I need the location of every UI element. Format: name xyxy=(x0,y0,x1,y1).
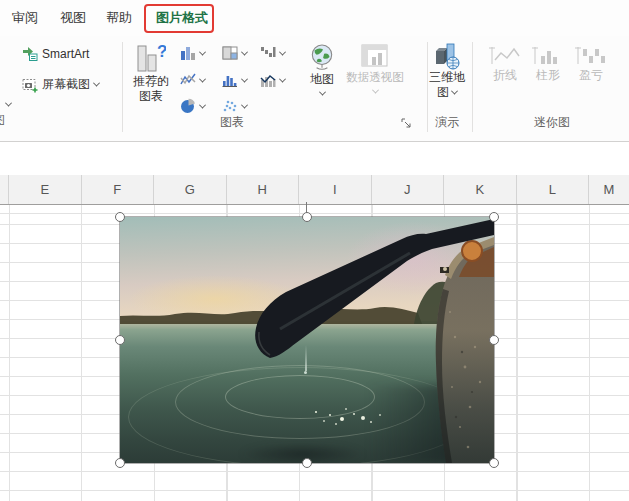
screenshot-icon xyxy=(22,77,38,93)
tab-review[interactable]: 审阅 xyxy=(12,9,38,27)
photo-paddle xyxy=(120,217,494,463)
column-header-M[interactable]: M xyxy=(589,175,629,204)
svg-text:?: ? xyxy=(157,42,166,61)
sparkline-line-icon xyxy=(488,44,522,68)
column-header-H[interactable]: H xyxy=(227,175,300,204)
map3d-icon xyxy=(433,42,461,70)
sparkline-column-icon xyxy=(531,44,565,68)
map3d-button[interactable]: 三维地 图 xyxy=(423,42,471,100)
recommended-charts-label-1: 推荐的 xyxy=(133,74,169,89)
waterfall-chart-icon xyxy=(260,45,276,61)
chevron-down-icon[interactable] xyxy=(241,101,248,108)
resize-handle-w[interactable] xyxy=(115,335,125,345)
chevron-down-icon[interactable] xyxy=(5,100,12,107)
insert-hierarchy-chart-button[interactable] xyxy=(222,45,247,61)
column-header-I[interactable]: I xyxy=(299,175,372,204)
map3d-label-1: 三维地 xyxy=(429,70,465,85)
insert-statistic-chart-button[interactable] xyxy=(222,72,247,88)
column-header-F[interactable]: F xyxy=(82,175,155,204)
smartart-button[interactable]: SmartArt xyxy=(22,46,89,62)
recommended-chart-icon: ? xyxy=(136,42,166,74)
map3d-label-2: 图 xyxy=(437,85,449,100)
smartart-icon xyxy=(22,46,38,62)
tab-help[interactable]: 帮助 xyxy=(106,9,132,27)
chevron-down-icon xyxy=(318,89,325,96)
chevron-down-icon[interactable] xyxy=(199,101,206,108)
recommended-charts-button[interactable]: ? 推荐的 图表 xyxy=(126,42,176,104)
insert-waterfall-chart-button[interactable] xyxy=(260,45,285,61)
map-globe-icon xyxy=(309,44,335,72)
sparkline-column-button: 柱形 xyxy=(528,44,568,83)
illustrations-group-label: 图 xyxy=(0,112,5,129)
chevron-down-icon xyxy=(371,87,378,94)
insert-line-chart-button[interactable] xyxy=(180,72,205,88)
chevron-down-icon[interactable] xyxy=(199,75,206,82)
histogram-chart-icon xyxy=(222,72,238,88)
excel-window: 审阅 视图 帮助 图片格式 SmartArt xyxy=(0,0,629,501)
resize-handle-e[interactable] xyxy=(489,335,499,345)
pivot-chart-icon xyxy=(361,44,389,70)
column-header-J[interactable]: J xyxy=(372,175,445,204)
charts-group-label: 图表 xyxy=(204,114,260,131)
chevron-down-icon xyxy=(451,88,458,95)
chevron-down-icon[interactable] xyxy=(241,48,248,55)
picture-format-highlight-box xyxy=(144,4,214,33)
column-header-G[interactable]: G xyxy=(154,175,227,204)
resize-handle-n[interactable] xyxy=(302,212,312,222)
resize-handle-se[interactable] xyxy=(489,458,499,468)
line-chart-icon xyxy=(180,72,196,88)
resize-handle-nw[interactable] xyxy=(115,212,125,222)
treemap-chart-icon xyxy=(222,45,238,61)
column-header-E[interactable]: E xyxy=(9,175,82,204)
sparkline-column-label: 柱形 xyxy=(536,68,560,83)
combo-chart-icon xyxy=(260,72,276,88)
screenshot-label: 屏幕截图 xyxy=(42,76,90,93)
resize-handle-s[interactable] xyxy=(302,458,312,468)
ribbon-bottom-border xyxy=(0,141,629,142)
sparkline-line-button: 折线 xyxy=(485,44,525,83)
photo-water-droplet xyxy=(304,371,307,374)
recommended-charts-label-2: 图表 xyxy=(139,89,163,104)
pie-chart-icon xyxy=(180,98,196,114)
ribbon-tab-bar: 审阅 视图 帮助 图片格式 xyxy=(0,0,629,36)
chevron-down-icon[interactable] xyxy=(93,80,100,87)
insert-combo-chart-button[interactable] xyxy=(260,72,285,88)
group-separator xyxy=(122,42,123,132)
tab-view[interactable]: 视图 xyxy=(60,9,86,27)
pivot-chart-label: 数据透视图 xyxy=(346,70,404,85)
column-header-row: E F G H I J K L M xyxy=(0,175,629,205)
map-chart-button[interactable]: 地图 xyxy=(302,44,342,96)
sparkline-line-label: 折线 xyxy=(493,68,517,83)
screenshot-button[interactable]: 屏幕截图 xyxy=(22,76,99,93)
resize-handle-sw[interactable] xyxy=(115,458,125,468)
resize-handle-ne[interactable] xyxy=(489,212,499,222)
charts-dialog-launcher[interactable] xyxy=(401,118,412,129)
selected-picture[interactable] xyxy=(120,217,494,463)
pivot-chart-button: 数据透视图 xyxy=(343,44,407,94)
photo-water-drip xyxy=(305,345,307,371)
chevron-down-icon[interactable] xyxy=(279,75,286,82)
column-header-L[interactable]: L xyxy=(517,175,590,204)
chevron-down-icon[interactable] xyxy=(199,48,206,55)
sparkline-winloss-button: 盈亏 xyxy=(571,44,611,83)
ribbon: SmartArt 屏幕截图 图 ? xyxy=(0,36,629,141)
smartart-label: SmartArt xyxy=(42,47,89,61)
insert-scatter-chart-button[interactable] xyxy=(222,98,247,114)
column-header-K[interactable]: K xyxy=(444,175,517,204)
insert-pie-chart-button[interactable] xyxy=(180,98,205,114)
sparkline-winloss-icon xyxy=(574,44,608,68)
map-label: 地图 xyxy=(310,72,334,87)
sparklines-group-label: 迷你图 xyxy=(500,114,604,131)
group-separator xyxy=(472,42,473,132)
chevron-down-icon[interactable] xyxy=(241,75,248,82)
column-header-sliver[interactable] xyxy=(0,175,9,204)
sparkline-winloss-label: 盈亏 xyxy=(579,68,603,83)
column-chart-icon xyxy=(180,45,196,61)
scatter-chart-icon xyxy=(222,98,238,114)
tours-group-label: 演示 xyxy=(425,114,469,131)
chevron-down-icon[interactable] xyxy=(279,48,286,55)
insert-column-chart-button[interactable] xyxy=(180,45,205,61)
